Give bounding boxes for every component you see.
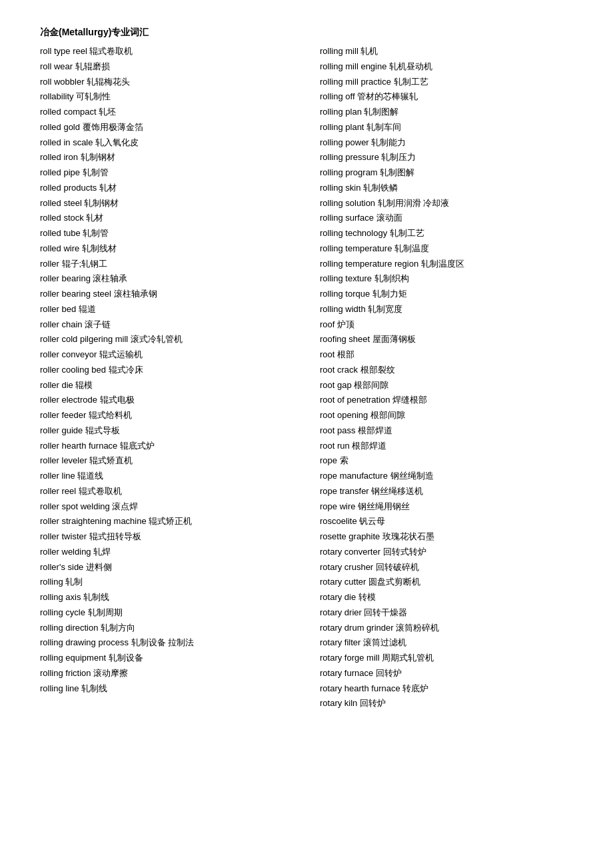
right-column: rolling mill 轧机rolling mill engine 轧机昼动机… [320,44,573,711]
list-item: root 根部 [320,347,573,363]
list-item: roll wear 轧辊磨损 [40,59,293,75]
list-item: rotary kiln 回转炉 [320,696,573,711]
list-item: rotary drum grinder 滚筒粉碎机 [320,621,573,636]
list-item: roller twister 辊式扭转导板 [40,529,293,545]
list-item: rolling pressure 轧制压力 [320,150,573,165]
list-item: rolling solution 轧制用润滑 冷却液 [320,196,573,211]
list-item: rolling temperature 轧制温度 [320,241,573,257]
list-item: rotary filter 滚筒过滤机 [320,635,573,651]
list-item: rolled tube 轧制管 [40,226,293,241]
page-title: 冶金(Metallurgy)专业词汇 [40,27,573,39]
list-item: rolling axis 轧制线 [40,590,293,605]
list-item: roller bed 辊道 [40,302,293,317]
list-item: roller cooling bed 辊式冷床 [40,363,293,378]
list-item: rolled stock 轧材 [40,211,293,226]
list-item: rolling direction 轧制方向 [40,621,293,636]
list-item: rotary drier 回转干燥器 [320,605,573,621]
list-item: rolled iron 轧制钢材 [40,150,293,165]
list-item: rolling drawing process 轧制设备 拉制法 [40,635,293,651]
list-item: rotary crusher 回转破碎机 [320,560,573,575]
list-item: rolling mill 轧机 [320,44,573,59]
list-item: rolled steel 轧制钢材 [40,196,293,211]
list-item: rollability 可轧制性 [40,89,293,105]
list-item: root of penetration 焊缝根部 [320,393,573,408]
list-item: rope transfer 钢丝绳移送机 [320,484,573,499]
list-item: rotary furnace 回转炉 [320,666,573,681]
list-item: roller line 辊道线 [40,469,293,484]
list-item: rosette graphite 玫瑰花状石墨 [320,529,573,545]
list-item: roller feeder 辊式给料机 [40,408,293,423]
list-item: rope 索 [320,453,573,469]
list-item: rolling program 轧制图解 [320,165,573,181]
list-item: roller cold pilgering mill 滚式冷轧管机 [40,332,293,347]
list-item: rolled products 轧材 [40,181,293,196]
list-item: roller conveyor 辊式运输机 [40,347,293,363]
list-item: rolling texture 轧制织构 [320,271,573,287]
list-item: roscoelite 钒云母 [320,514,573,529]
list-item: rolling width 轧制宽度 [320,302,573,317]
list-item: rolled compact 轧坯 [40,105,293,120]
left-column: roll type reel 辊式卷取机roll wear 轧辊磨损roll w… [40,44,293,711]
list-item: rolling skin 轧制铁鳞 [320,181,573,196]
list-item: roller chain 滚子链 [40,317,293,333]
list-item: roller spot welding 滚点焊 [40,499,293,515]
list-item: rolling off 管材的芯棒辗轧 [320,89,573,105]
list-item: rotary converter 回转式转炉 [320,545,573,560]
list-item: roller bearing 滚柱轴承 [40,271,293,287]
list-item: rolling friction 滚动摩擦 [40,666,293,681]
list-item: rope wire 钢丝绳用钢丝 [320,499,573,515]
list-item: roller guide 辊式导板 [40,423,293,439]
list-item: rolled in scale 轧入氧化皮 [40,135,293,151]
list-item: rotary hearth furnace 转底炉 [320,681,573,697]
list-item: rolling equipment 轧制设备 [40,651,293,666]
list-item: roller reel 辊式卷取机 [40,484,293,499]
list-item: rolling mill engine 轧机昼动机 [320,59,573,75]
list-item: roller welding 轧焊 [40,545,293,560]
list-item: rotary forge mill 周期式轧管机 [320,651,573,666]
list-item: roll type reel 辊式卷取机 [40,44,293,59]
list-item: rolling mill practice 轧制工艺 [320,75,573,90]
list-item: roller die 辊模 [40,378,293,393]
list-item: rolling plant 轧制车间 [320,120,573,135]
list-item: root gap 根部间隙 [320,378,573,393]
list-item: rolling technology 轧制工艺 [320,226,573,241]
list-item: rolled pipe 轧制管 [40,165,293,181]
list-item: rolling plan 轧制图解 [320,105,573,120]
list-item: rolling torque 轧制力矩 [320,287,573,302]
list-item: roller bearing steel 滚柱轴承钢 [40,287,293,302]
list-item: rolling cycle 轧制周期 [40,605,293,621]
list-item: roller hearth furnace 辊底式炉 [40,439,293,454]
list-item: root run 根部焊道 [320,439,573,454]
list-item: roller electrode 辊式电极 [40,393,293,408]
list-item: rolling power 轧制能力 [320,135,573,151]
list-item: roofing sheet 屋面薄钢板 [320,332,573,347]
list-item: root opening 根部间隙 [320,408,573,423]
list-item: roller leveler 辊式矫直机 [40,453,293,469]
list-item: root pass 根部焊道 [320,423,573,439]
list-item: rolled gold 覆饰用极薄金箔 [40,120,293,135]
list-item: rolling line 轧制线 [40,681,293,697]
list-item: rolling surface 滚动面 [320,211,573,226]
list-item: roller 辊子;轧钢工 [40,257,293,272]
list-item: roll wobbler 轧辊梅花头 [40,75,293,90]
list-item: rotary cutter 圆盘式剪断机 [320,575,573,590]
list-item: root crack 根部裂纹 [320,363,573,378]
list-item: rope manufacture 钢丝绳制造 [320,469,573,484]
list-item: roof 炉顶 [320,317,573,333]
list-item: rolled wire 轧制线材 [40,241,293,257]
list-item: rolling 轧制 [40,575,293,590]
list-item: roller's side 进料侧 [40,560,293,575]
list-item: roller straightening machine 辊式矫正机 [40,514,293,529]
list-item: rotary die 转模 [320,590,573,605]
list-item: rolling temperature region 轧制温度区 [320,257,573,272]
